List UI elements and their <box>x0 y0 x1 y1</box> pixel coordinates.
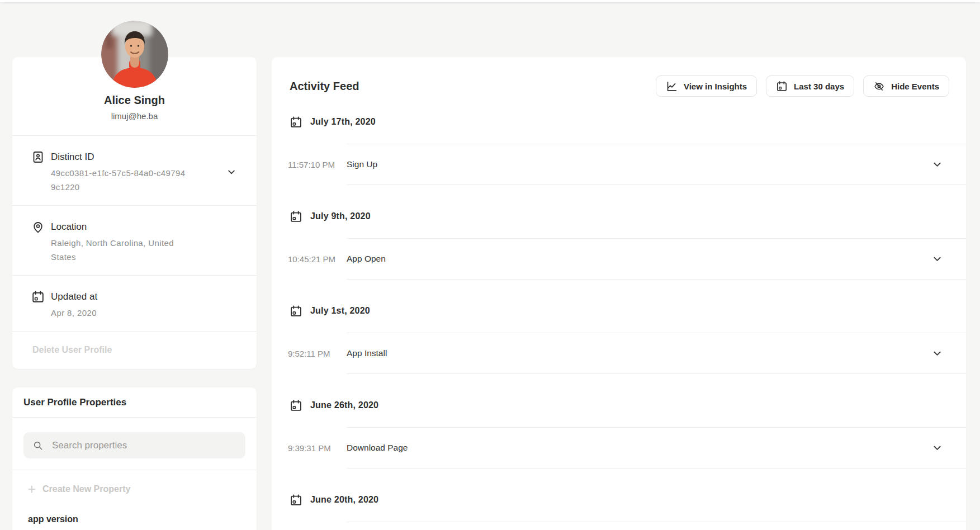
line-chart-icon <box>666 81 678 92</box>
event-row[interactable]: 9:39:31 PM Download Page <box>272 428 966 468</box>
feed-date-group: July 1st, 2020 9:52:11 PM App Install <box>272 304 966 374</box>
location-pin-icon <box>31 220 45 234</box>
activity-feed-header: Activity Feed View in Insights Last 30 d… <box>272 57 966 97</box>
profile-fields: Distinct ID 49cc0381-e1fc-57c5-84a0-c497… <box>12 136 257 332</box>
property-item[interactable]: app version 2.3 <box>12 501 257 530</box>
search-properties-box[interactable] <box>23 432 245 458</box>
calendar-icon <box>290 305 302 318</box>
event-name: Download Page <box>347 443 932 453</box>
field-label: Distinct ID <box>51 150 188 164</box>
button-label: Hide Events <box>891 82 939 91</box>
activity-feed-title: Activity Feed <box>290 80 359 93</box>
feed-date-group: July 17th, 2020 11:57:10 PM Sign Up <box>272 115 966 185</box>
search-icon <box>32 440 44 451</box>
event-row[interactable]: 10:45:21 PM App Open <box>272 239 966 279</box>
feed-date-label: July 9th, 2020 <box>310 211 371 221</box>
id-badge-icon <box>31 150 45 164</box>
feed-date-group: June 26th, 2020 9:39:31 PM Download Page <box>272 399 966 469</box>
button-label: View in Insights <box>684 82 747 91</box>
profile-name: Alice Singh <box>23 94 245 107</box>
properties-panel-title: User Profile Properties <box>23 397 245 408</box>
chevron-down-icon[interactable] <box>932 348 943 359</box>
feed-date-header: July 17th, 2020 <box>290 115 966 129</box>
event-row[interactable]: 9:52:11 PM App Install <box>272 333 966 373</box>
feed-groups: July 17th, 2020 11:57:10 PM Sign Up July… <box>272 115 966 522</box>
event-row[interactable]: 11:57:10 PM Sign Up <box>272 144 966 184</box>
event-name: Sign Up <box>347 159 932 169</box>
eye-off-icon <box>873 81 885 92</box>
feed-date-label: June 26th, 2020 <box>310 400 378 410</box>
chevron-down-icon[interactable] <box>226 167 236 177</box>
calendar-icon <box>290 116 302 129</box>
button-label: Last 30 days <box>794 82 844 91</box>
profile-field-row: Distinct ID 49cc0381-e1fc-57c5-84a0-c497… <box>12 136 257 206</box>
feed-date-group: July 9th, 2020 10:45:21 PM App Open <box>272 210 966 280</box>
field-label: Updated at <box>51 290 97 304</box>
field-value: 49cc0381-e1fc-57c5-84a0-c497949c1220 <box>51 166 188 194</box>
event-time: 10:45:21 PM <box>288 254 347 264</box>
event-time: 9:39:31 PM <box>288 443 347 453</box>
calendar-icon <box>31 290 45 304</box>
user-profile-properties-card: User Profile Properties Create New Prope… <box>12 387 257 530</box>
user-profile-card: Alice Singh limuj@he.ba Distinct ID 49cc… <box>12 57 257 369</box>
create-new-property-label: Create New Property <box>42 484 130 494</box>
feed-actions: View in Insights Last 30 days Hide Event… <box>656 75 949 97</box>
feed-date-label: July 17th, 2020 <box>310 117 376 127</box>
chevron-down-icon[interactable] <box>932 443 943 453</box>
view-in-insights-button[interactable]: View in Insights <box>656 75 757 97</box>
feed-date-header: July 9th, 2020 <box>290 210 966 223</box>
calendar-icon <box>290 210 302 223</box>
delete-user-profile-row: Delete User Profile <box>12 332 257 369</box>
avatar <box>101 21 168 88</box>
sidebar: Alice Singh limuj@he.ba Distinct ID 49cc… <box>12 0 257 530</box>
delete-user-profile-button[interactable]: Delete User Profile <box>32 345 112 354</box>
event-time: 11:57:10 PM <box>288 160 347 169</box>
properties-panel-header: User Profile Properties <box>12 387 257 418</box>
event-name: App Install <box>347 348 932 358</box>
search-properties-wrap <box>12 418 257 470</box>
field-label: Location <box>51 220 191 234</box>
top-bar-edge <box>0 0 980 2</box>
profile-field-row: Location Raleigh, North Carolina, United… <box>12 206 257 276</box>
divider <box>347 279 966 280</box>
feed-date-header: June 20th, 2020 <box>290 493 966 507</box>
feed-date-label: June 20th, 2020 <box>310 495 378 505</box>
search-properties-input[interactable] <box>52 440 236 451</box>
activity-feed-card: Activity Feed View in Insights Last 30 d… <box>272 57 966 530</box>
calendar-icon <box>290 494 302 507</box>
last-30-days-button[interactable]: Last 30 days <box>766 75 854 97</box>
field-value: Raleigh, North Carolina, United States <box>51 236 191 264</box>
feed-date-header: July 1st, 2020 <box>290 304 966 318</box>
main-area: Activity Feed View in Insights Last 30 d… <box>272 0 966 530</box>
divider <box>347 184 966 185</box>
property-name: app version <box>28 514 241 524</box>
calendar-icon <box>776 81 788 92</box>
divider <box>347 468 966 469</box>
chevron-down-icon[interactable] <box>932 254 943 264</box>
page: Alice Singh limuj@he.ba Distinct ID 49cc… <box>0 0 980 530</box>
property-list: app version 2.3 <box>12 501 257 530</box>
profile-email: limuj@he.ba <box>23 111 245 121</box>
hide-events-button[interactable]: Hide Events <box>863 75 949 97</box>
create-new-property-button[interactable]: Create New Property <box>12 470 257 501</box>
profile-field-row: Updated at Apr 8, 2020 <box>12 276 257 332</box>
calendar-icon <box>290 399 302 412</box>
plus-icon <box>27 484 37 494</box>
event-time: 9:52:11 PM <box>288 349 347 358</box>
divider <box>347 522 966 522</box>
field-value: Apr 8, 2020 <box>51 306 97 320</box>
divider <box>347 373 966 374</box>
chevron-down-icon[interactable] <box>932 159 943 170</box>
feed-date-label: July 1st, 2020 <box>310 306 370 316</box>
feed-date-header: June 26th, 2020 <box>290 399 966 412</box>
feed-date-group: June 20th, 2020 <box>272 493 966 522</box>
event-name: App Open <box>347 254 932 264</box>
